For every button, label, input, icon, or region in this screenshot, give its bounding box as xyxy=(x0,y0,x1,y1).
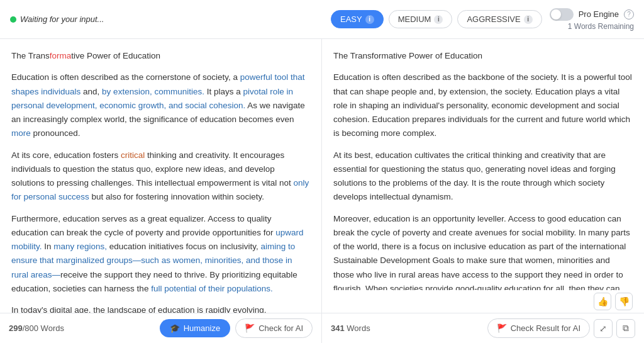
left-para-3: Furthermore, education serves as a great… xyxy=(11,212,310,296)
right-para-2: At its best, education cultivates the cr… xyxy=(333,149,633,205)
mode-medium-button[interactable]: MEDIUM i xyxy=(389,10,453,28)
left-word-count-value: 299 xyxy=(9,323,23,333)
mode-aggressive-button[interactable]: AGGRESSIVE i xyxy=(457,10,541,28)
status-text: Waiting for your input... xyxy=(20,14,104,24)
header: Waiting for your input... EASY i MEDIUM … xyxy=(0,0,644,39)
left-text-area[interactable]: The Transformative Power of Education Ed… xyxy=(0,39,321,313)
status-dot xyxy=(10,16,16,23)
right-panel: The Transformative Power of Education Ed… xyxy=(322,39,644,343)
left-para-2: At its core, education fosters critical … xyxy=(11,149,310,205)
main-content: The Transformative Power of Education Ed… xyxy=(0,39,644,343)
left-para-4: In today's digital age, the landscape of… xyxy=(11,303,310,313)
expand-button[interactable]: ⤢ xyxy=(594,319,613,338)
pro-engine-row: Pro Engine ? xyxy=(550,8,634,21)
thumb-icons-row: 👍 👎 xyxy=(322,290,644,313)
thumb-down-button[interactable]: 👎 xyxy=(615,293,633,310)
right-para-3: Moreover, education is an opportunity le… xyxy=(333,212,633,290)
left-para-1: Education is often described as the corn… xyxy=(11,70,310,140)
thumb-up-button[interactable]: 👍 xyxy=(594,293,611,310)
left-panel: The Transformative Power of Education Ed… xyxy=(0,39,322,343)
flag-icon-left: 🚩 xyxy=(245,323,255,333)
words-remaining: 1 Words Remaining xyxy=(568,22,634,31)
expand-icon: ⤢ xyxy=(599,323,607,334)
right-text-area[interactable]: The Transformative Power of Education Ed… xyxy=(322,39,644,290)
left-panel-footer: 299/800 Words 🎓 Humanize 🚩 Check for AI xyxy=(0,313,321,343)
humanize-button[interactable]: 🎓 Humanize xyxy=(160,319,231,337)
right-para-1: Education is often described as the back… xyxy=(333,70,633,140)
right-word-count: 341 Words xyxy=(331,323,370,333)
copy-icon: ⧉ xyxy=(623,323,629,334)
pro-engine-label: Pro Engine xyxy=(579,9,619,19)
flag-icon-right: 🚩 xyxy=(497,323,507,333)
check-result-button[interactable]: 🚩 Check Result for AI xyxy=(487,318,590,338)
humanize-icon: 🎓 xyxy=(170,323,180,333)
check-for-ai-button[interactable]: 🚩 Check for AI xyxy=(235,318,313,338)
mode-easy-button[interactable]: EASY i xyxy=(331,10,384,28)
left-word-count: 299/800 Words xyxy=(9,323,64,333)
copy-button[interactable]: ⧉ xyxy=(616,319,635,338)
left-footer-buttons: 🎓 Humanize 🚩 Check for AI xyxy=(160,318,313,338)
easy-info-icon: i xyxy=(365,15,374,24)
right-word-count-label: Words xyxy=(347,323,370,333)
toggle-knob xyxy=(551,9,561,20)
pro-engine-area: Pro Engine ? 1 Words Remaining xyxy=(550,8,634,31)
right-footer-actions: 🚩 Check Result for AI ⤢ ⧉ xyxy=(487,318,635,338)
right-title: The Transformative Power of Education xyxy=(333,49,633,63)
medium-info-icon: i xyxy=(434,15,443,24)
status-indicator: Waiting for your input... xyxy=(10,14,323,24)
left-word-count-max: /800 Words xyxy=(23,323,64,333)
right-word-count-value: 341 xyxy=(331,323,345,333)
pro-engine-toggle[interactable] xyxy=(550,8,574,21)
right-panel-footer: 341 Words 🚩 Check Result for AI ⤢ ⧉ xyxy=(322,313,644,343)
mode-buttons: EASY i MEDIUM i AGGRESSIVE i xyxy=(331,10,542,28)
aggressive-info-icon: i xyxy=(524,15,533,24)
left-title: The Transformative Power of Education xyxy=(11,49,310,63)
pro-engine-help-icon[interactable]: ? xyxy=(624,9,634,20)
